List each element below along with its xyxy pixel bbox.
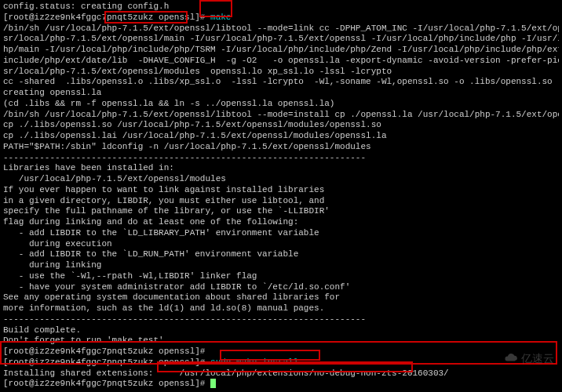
output-line: See any operating system documentation a… [3, 292, 559, 303]
output-line: /usr/local/php-7.1.5/ext/openssl/modules [3, 174, 559, 185]
output-line: - use the `-Wl,--rpath -Wl,LIBDIR' linke… [3, 271, 559, 282]
output-line: specify the full pathname of the library… [3, 206, 559, 217]
cloud-icon [504, 350, 518, 369]
output-line: cp ./.libs/openssl.so /usr/local/php-7.1… [3, 120, 559, 131]
output-line: - add LIBDIR to the `LD_LIBRARY_PATH' en… [3, 228, 559, 239]
output-line: (cd .libs && rm -f openssl.la && ln -s .… [3, 99, 559, 110]
shell-prompt: [root@iz2ze9nk4fggc7pnqt5zukz openssl]# [3, 358, 210, 367]
command-text: make [210, 13, 231, 22]
command-text: sudo make install [210, 358, 298, 367]
cursor [210, 379, 216, 388]
output-line: ----------------------------------------… [3, 153, 559, 164]
prompt-line: [root@iz2ze9nk4fggc7pnqt5zukz openssl]# [3, 347, 559, 358]
output-line: include/php/ext/date/lib -DHAVE_CONFIG_H… [3, 56, 559, 67]
output-line: cp ./.libs/openssl.lai /usr/local/php-7.… [3, 131, 559, 142]
output-line: sr/local/php-7.1.5/ext/openssl/modules o… [3, 67, 559, 78]
output-line: in a given directory, LIBDIR, you must e… [3, 196, 559, 207]
output-line: If you ever happen to want to link again… [3, 185, 559, 196]
output-line: Build complete. [3, 325, 559, 336]
output-label: Installing shared extensions: [3, 368, 179, 378]
shell-prompt: [root@iz2ze9nk4fggc7pnqt5zukz openssl]# [3, 13, 210, 22]
output-line: flag during linking and do at least one … [3, 217, 559, 228]
output-line: PATH="$PATH:/sbin" ldconfig -n /usr/loca… [3, 142, 559, 153]
watermark-text: 亿速云 [521, 353, 554, 367]
output-line: Libraries have been installed in: [3, 163, 559, 174]
output-line: during linking [3, 260, 559, 271]
prompt-line[interactable]: [root@iz2ze9nk4fggc7pnqt5zukz openssl]# [3, 379, 559, 390]
prompt-line: [root@iz2ze9nk4fggc7pnqt5zukz openssl]# … [3, 358, 559, 368]
output-line: /bin/sh /usr/local/php-7.1.5/ext/openssl… [3, 110, 559, 121]
terminal-output: config.status: creating config.h [root@i… [3, 2, 559, 390]
watermark: 亿速云 [504, 350, 554, 369]
shell-prompt: [root@iz2ze9nk4fggc7pnqt5zukz openssl]# [3, 379, 210, 388]
output-path: /usr/local/php/extensions/no-debug-non-z… [179, 368, 448, 378]
prompt-line: [root@iz2ze9nk4fggc7pnqt5zukz openssl]# … [3, 13, 559, 24]
output-line: ----------------------------------------… [3, 314, 559, 325]
output-line: config.status: creating config.h [3, 2, 559, 13]
output-line: - add LIBDIR to the `LD_RUN_PATH' enviro… [3, 249, 559, 260]
output-line: cc -shared .libs/openssl.o .libs/xp_ssl.… [3, 77, 559, 88]
output-line: during execution [3, 239, 559, 250]
output-line: hp/main -I/usr/local/php/include/php/TSR… [3, 45, 559, 56]
output-line: more information, such as the ld(1) and … [3, 303, 559, 314]
output-line: Installing shared extensions: /usr/local… [3, 368, 559, 379]
output-line: sr/local/php-7.1.5/ext/openssl/main -I/u… [3, 34, 559, 45]
output-line: - have your system administrator add LIB… [3, 282, 559, 293]
output-line: creating openssl.la [3, 88, 559, 99]
output-line: /bin/sh /usr/local/php-7.1.5/ext/openssl… [3, 24, 559, 34]
output-line: Don't forget to run 'make test'. [3, 336, 559, 347]
